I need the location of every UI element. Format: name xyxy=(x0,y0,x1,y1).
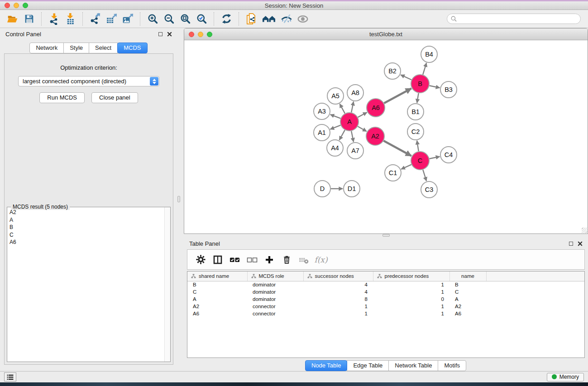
table-cell[interactable]: dominator xyxy=(247,281,303,288)
tab-network[interactable]: Network xyxy=(29,43,64,53)
zoom-in-button[interactable] xyxy=(145,12,160,26)
table-cell[interactable]: A xyxy=(449,295,486,303)
table-cell[interactable]: A2 xyxy=(187,303,247,310)
table-row[interactable]: Adominator80A xyxy=(187,295,584,303)
save-session-button[interactable] xyxy=(22,12,36,26)
node-A[interactable]: A xyxy=(340,113,359,131)
edge-A-A7[interactable] xyxy=(351,131,354,142)
table-cell[interactable]: 1 xyxy=(303,310,373,317)
network-graph[interactable]: AA1A2A3A4A5A6A7A8BB1B2B3B4CC1C2C3C4DD1 xyxy=(184,40,588,234)
export-network-button[interactable] xyxy=(88,12,102,26)
delete-column-button[interactable] xyxy=(279,252,294,267)
table-cell[interactable]: 1 xyxy=(373,281,449,288)
mcds-result-item[interactable]: C xyxy=(8,231,164,239)
edge-A-A8[interactable] xyxy=(351,102,354,113)
edge-A-A2[interactable] xyxy=(358,126,367,131)
close-network-window-button[interactable] xyxy=(189,32,194,37)
export-image-button[interactable] xyxy=(120,12,135,26)
column-header-name[interactable]: name xyxy=(449,272,486,281)
edge-C-C1[interactable] xyxy=(401,165,411,169)
edge-C-C2[interactable] xyxy=(417,141,419,151)
table-cell[interactable]: A6 xyxy=(187,310,247,317)
edge-A-A4[interactable] xyxy=(339,130,345,140)
float-panel-icon[interactable] xyxy=(158,32,163,36)
select-all-button[interactable] xyxy=(227,252,243,267)
edge-A-A5[interactable] xyxy=(340,104,345,114)
close-table-panel-icon[interactable] xyxy=(578,241,583,246)
table-settings-button[interactable] xyxy=(193,252,208,267)
mcds-result-list[interactable]: A2ABCA6 xyxy=(8,209,164,361)
search-input[interactable] xyxy=(447,14,581,24)
table-cell[interactable]: A2 xyxy=(449,303,486,310)
edge-B-B1[interactable] xyxy=(417,93,418,103)
node-C4[interactable]: C4 xyxy=(440,147,457,163)
refresh-layout-button[interactable] xyxy=(219,12,234,26)
tab-style[interactable]: Style xyxy=(63,43,89,53)
table-cell[interactable]: C xyxy=(449,288,486,295)
edge-C-C4[interactable] xyxy=(430,157,440,159)
table-cell[interactable]: dominator xyxy=(247,295,303,303)
import-table-button[interactable] xyxy=(63,12,77,26)
node-C[interactable]: C xyxy=(411,152,429,170)
network-canvas[interactable]: AA1A2A3A4A5A6A7A8BB1B2B3B4CC1C2C3C4DD1 xyxy=(184,40,588,234)
hide-selected-button[interactable] xyxy=(279,12,294,26)
node-B3[interactable]: B3 xyxy=(440,81,457,98)
tab-node-table[interactable]: Node Table xyxy=(305,360,348,371)
export-table-button[interactable] xyxy=(104,12,119,26)
close-panel-button[interactable]: Close panel xyxy=(91,92,138,103)
node-D1[interactable]: D1 xyxy=(344,181,360,197)
table-row[interactable]: Cdominator41C xyxy=(187,288,584,295)
edge-B-B3[interactable] xyxy=(430,86,440,88)
horizontal-split-divider[interactable] xyxy=(184,234,588,238)
column-header-predecessor-nodes[interactable]: predecessor nodes xyxy=(373,272,449,281)
float-table-panel-icon[interactable] xyxy=(569,242,573,246)
table-cell[interactable]: 4 xyxy=(303,288,373,295)
node-A3[interactable]: A3 xyxy=(314,103,330,119)
node-B1[interactable]: B1 xyxy=(407,104,424,120)
mcds-result-item[interactable]: A2 xyxy=(8,209,164,216)
node-A6[interactable]: A6 xyxy=(367,99,385,117)
tab-edge-table[interactable]: Edge Table xyxy=(347,360,389,371)
node-D[interactable]: D xyxy=(314,181,330,197)
horizontal-split-thumb[interactable] xyxy=(382,234,390,237)
edge-A-A6[interactable] xyxy=(358,112,367,117)
table-cell[interactable]: B xyxy=(187,281,247,288)
window-resize-grip[interactable] xyxy=(582,228,587,233)
mcds-result-item[interactable]: A xyxy=(8,216,164,224)
table-cell[interactable]: 1 xyxy=(303,303,373,310)
zoom-window-button[interactable] xyxy=(23,3,28,8)
zoom-network-window-button[interactable] xyxy=(207,32,212,37)
node-A1[interactable]: A1 xyxy=(314,124,330,141)
table-cell[interactable]: A xyxy=(187,295,247,303)
first-neighbors-button[interactable] xyxy=(260,12,277,26)
node-B[interactable]: B xyxy=(411,75,429,93)
vertical-split-thumb[interactable] xyxy=(177,196,180,202)
new-network-from-selection-button[interactable] xyxy=(244,12,258,26)
table-row[interactable]: Bdominator41B xyxy=(187,281,584,288)
table-row[interactable]: A6connector11A6 xyxy=(187,310,584,317)
column-header-MCDS-role[interactable]: MCDS role xyxy=(247,272,303,281)
close-panel-icon[interactable] xyxy=(167,32,172,37)
minimize-network-window-button[interactable] xyxy=(198,32,203,37)
tab-motifs[interactable]: Motifs xyxy=(438,360,466,371)
task-history-button[interactable] xyxy=(4,372,16,381)
node-C3[interactable]: C3 xyxy=(421,181,437,198)
close-window-button[interactable] xyxy=(5,3,10,8)
mcds-result-item[interactable]: B xyxy=(8,224,164,231)
import-network-button[interactable] xyxy=(47,12,61,26)
zoom-out-button[interactable] xyxy=(162,12,176,26)
node-A8[interactable]: A8 xyxy=(347,85,363,101)
edge-C-C3[interactable] xyxy=(423,170,426,181)
node-B4[interactable]: B4 xyxy=(421,46,437,62)
edge-A6-B[interactable] xyxy=(384,88,411,103)
table-cell[interactable]: 0 xyxy=(373,295,449,303)
vertical-split-divider[interactable] xyxy=(177,28,184,371)
table-cell[interactable]: B xyxy=(449,281,486,288)
table-cell[interactable]: C xyxy=(187,288,247,295)
open-session-button[interactable] xyxy=(5,12,20,26)
node-C1[interactable]: C1 xyxy=(385,165,401,181)
add-column-button[interactable] xyxy=(262,252,277,267)
column-header-successor-nodes[interactable]: successor nodes xyxy=(303,272,373,281)
memory-button[interactable]: Memory xyxy=(547,373,584,381)
table-row[interactable]: A2connector11A2 xyxy=(187,303,584,310)
